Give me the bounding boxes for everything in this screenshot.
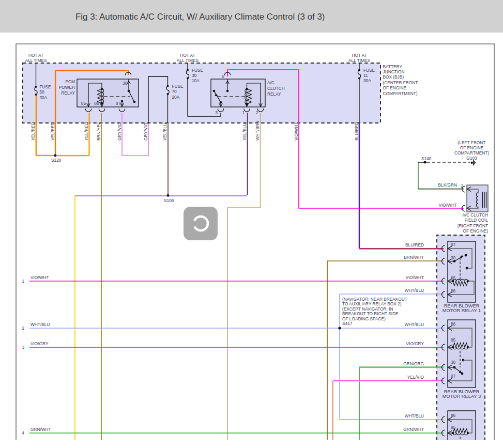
svg-text:(RIGHT FRONT: (RIGHT FRONT bbox=[458, 223, 488, 228]
svg-text:JUNCTION: JUNCTION bbox=[383, 69, 405, 74]
svg-text:POWER: POWER bbox=[59, 85, 75, 90]
svg-text:70: 70 bbox=[172, 89, 177, 94]
svg-text:1: 1 bbox=[242, 110, 245, 115]
svg-text:85: 85 bbox=[451, 275, 456, 281]
svg-text:HOT AT: HOT AT bbox=[28, 53, 43, 58]
svg-text:A/C: A/C bbox=[267, 80, 275, 85]
svg-text:(LEFT FRONT: (LEFT FRONT bbox=[458, 140, 486, 145]
svg-text:2: 2 bbox=[22, 326, 24, 331]
svg-text:HOT AT: HOT AT bbox=[180, 53, 195, 58]
svg-text:REAR BLOWER: REAR BLOWER bbox=[444, 303, 480, 308]
svg-text:ALL TIMES: ALL TIMES bbox=[348, 58, 370, 63]
svg-text:BLK/GRN: BLK/GRN bbox=[438, 182, 457, 188]
svg-text:(NAVIGATOR: NEAR BREAKOUT: (NAVIGATOR: NEAR BREAKOUT bbox=[342, 297, 407, 302]
svg-text:WHT/BLU: WHT/BLU bbox=[405, 322, 424, 327]
svg-text:MOTOR RELAY 1: MOTOR RELAY 1 bbox=[443, 308, 481, 313]
svg-text:S140: S140 bbox=[421, 156, 432, 161]
svg-text:30: 30 bbox=[451, 360, 456, 365]
svg-text:ALL TIMES: ALL TIMES bbox=[177, 58, 199, 63]
svg-text:S120: S120 bbox=[51, 158, 62, 163]
svg-text:50: 50 bbox=[40, 89, 45, 95]
svg-text:FUSE: FUSE bbox=[40, 84, 52, 89]
svg-text:VIO/GRY: VIO/GRY bbox=[406, 341, 424, 346]
svg-text:86: 86 bbox=[451, 413, 456, 418]
svg-text:2: 2 bbox=[461, 183, 463, 189]
svg-text:85: 85 bbox=[81, 101, 86, 106]
svg-text:YEL/RED: YEL/RED bbox=[31, 122, 36, 141]
svg-text:REAR BLOWER: REAR BLOWER bbox=[444, 389, 480, 394]
svg-text:10A: 10A bbox=[192, 78, 200, 83]
svg-text:HOT AT: HOT AT bbox=[352, 53, 367, 58]
svg-text:87: 87 bbox=[451, 374, 456, 379]
svg-text:86: 86 bbox=[451, 321, 456, 327]
svg-text:YEL/VIO: YEL/VIO bbox=[407, 375, 424, 380]
svg-text:COMPARTMENT): COMPARTMENT) bbox=[383, 91, 418, 96]
svg-text:VIO/GRY: VIO/GRY bbox=[31, 341, 49, 346]
svg-text:85: 85 bbox=[451, 425, 456, 430]
svg-text:30: 30 bbox=[192, 73, 197, 78]
svg-text:(CENTER FRONT: (CENTER FRONT bbox=[383, 80, 418, 85]
svg-text:4: 4 bbox=[22, 430, 24, 436]
svg-text:11: 11 bbox=[363, 73, 368, 78]
svg-text:(EXCEPT NAVIGATOR: IN: (EXCEPT NAVIGATOR: IN bbox=[342, 306, 393, 312]
svg-text:VIO/WHT: VIO/WHT bbox=[406, 275, 424, 280]
svg-text:TO AUXILIARY RELAY BOX 2): TO AUXILIARY RELAY BOX 2) bbox=[342, 301, 402, 306]
svg-text:S106: S106 bbox=[164, 198, 174, 203]
svg-text:VIO/WHT: VIO/WHT bbox=[31, 275, 49, 280]
svg-text:OF ENGINE: OF ENGINE bbox=[383, 85, 407, 90]
svg-text:GRN/ORG: GRN/ORG bbox=[403, 361, 424, 366]
svg-text:RELAY: RELAY bbox=[267, 91, 281, 97]
svg-text:5: 5 bbox=[221, 74, 224, 79]
svg-text:Fig 3: Automatic A/C Circuit,: Fig 3: Automatic A/C Circuit, W/ Auxilia… bbox=[75, 12, 325, 22]
svg-text:GRY/VIO: GRY/VIO bbox=[143, 122, 148, 141]
svg-text:30A: 30A bbox=[40, 95, 48, 100]
svg-text:YEL/BLU: YEL/BLU bbox=[242, 123, 247, 141]
svg-text:BATTERY: BATTERY bbox=[383, 64, 403, 69]
svg-text:YEL/RED: YEL/RED bbox=[50, 122, 55, 141]
svg-text:YEL/RED: YEL/RED bbox=[84, 122, 89, 141]
svg-text:1: 1 bbox=[22, 279, 24, 284]
svg-text:GRN/WHT: GRN/WHT bbox=[31, 427, 51, 432]
svg-text:ALL TIMES: ALL TIMES bbox=[25, 58, 47, 63]
svg-text:OF LOADING SPACE): OF LOADING SPACE) bbox=[342, 316, 386, 321]
svg-text:GRY/VIO: GRY/VIO bbox=[117, 122, 122, 141]
svg-text:CLUTCH: CLUTCH bbox=[267, 86, 285, 91]
svg-text:A/C CLUTCH: A/C CLUTCH bbox=[462, 212, 488, 218]
svg-text:FUSE: FUSE bbox=[172, 84, 184, 89]
svg-text:87: 87 bbox=[451, 242, 456, 247]
svg-text:FIELD COIL: FIELD COIL bbox=[465, 218, 489, 223]
svg-text:3: 3 bbox=[22, 345, 24, 350]
svg-text:OF ENGINE): OF ENGINE) bbox=[463, 228, 489, 234]
svg-text:BRN/WHT: BRN/WHT bbox=[404, 255, 424, 260]
svg-text:WHT/BLU: WHT/BLU bbox=[405, 288, 424, 293]
svg-text:BOX (BJB): BOX (BJB) bbox=[383, 74, 404, 80]
svg-text:86: 86 bbox=[451, 288, 456, 293]
svg-text:BREAKOUT TO RIGHT SIDE: BREAKOUT TO RIGHT SIDE bbox=[342, 311, 399, 316]
svg-text:85: 85 bbox=[451, 337, 456, 343]
svg-text:BLU/RED: BLU/RED bbox=[405, 242, 424, 248]
svg-text:GRN/WHT: GRN/WHT bbox=[403, 427, 424, 432]
svg-text:COMPARTMENT): COMPARTMENT) bbox=[454, 150, 489, 156]
svg-text:87: 87 bbox=[116, 101, 121, 106]
svg-text:G103: G103 bbox=[466, 156, 477, 161]
svg-text:2: 2 bbox=[256, 110, 258, 115]
svg-text:FUSE: FUSE bbox=[192, 68, 204, 73]
svg-text:RELAY: RELAY bbox=[61, 90, 75, 96]
svg-text:S417: S417 bbox=[342, 321, 353, 326]
svg-text:VIO/WHT: VIO/WHT bbox=[294, 122, 299, 141]
svg-text:30A: 30A bbox=[363, 78, 371, 83]
svg-text:1: 1 bbox=[461, 206, 463, 211]
svg-text:MOTOR RELAY 3: MOTOR RELAY 3 bbox=[443, 394, 481, 399]
svg-text:BLU/RED: BLU/RED bbox=[354, 122, 359, 141]
svg-text:WHT/BLU: WHT/BLU bbox=[405, 413, 424, 419]
svg-text:3: 3 bbox=[215, 110, 218, 115]
svg-text:30: 30 bbox=[451, 255, 456, 260]
svg-text:VIO/WHT: VIO/WHT bbox=[439, 203, 458, 208]
svg-text:WHT/BLU: WHT/BLU bbox=[31, 322, 50, 327]
svg-text:BRN/YEL: BRN/YEL bbox=[96, 122, 101, 141]
svg-text:OF ENGINE: OF ENGINE bbox=[460, 145, 484, 150]
svg-text:30: 30 bbox=[123, 81, 128, 86]
svg-text:FUSE: FUSE bbox=[363, 68, 375, 73]
svg-text:PCM: PCM bbox=[66, 79, 75, 84]
svg-text:YEL/BLU: YEL/BLU bbox=[162, 123, 167, 141]
